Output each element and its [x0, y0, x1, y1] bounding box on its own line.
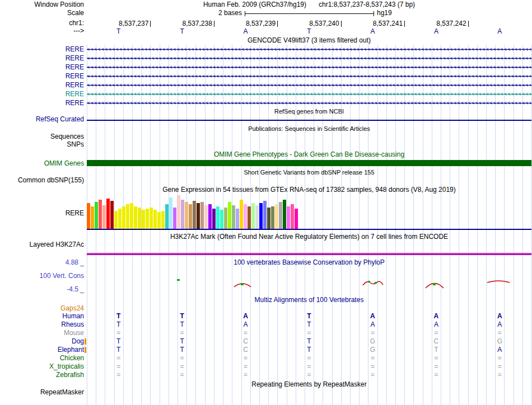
repeatmasker-label[interactable]: RepeatMasker: [0, 389, 84, 396]
publications-track-title[interactable]: Publications: Sequences in Scientific Ar…: [87, 125, 531, 133]
species-label-chicken[interactable]: Chicken: [0, 355, 84, 362]
multiz-gaps-label[interactable]: Gaps24: [0, 305, 84, 312]
gtex-tissue-bar[interactable]: [91, 206, 94, 229]
gtex-tissue-bar[interactable]: [157, 212, 161, 229]
publications-snps-label[interactable]: SNPs: [0, 141, 84, 148]
h3k27ac-label[interactable]: Layered H3K27Ac: [0, 241, 84, 248]
refseq-curated-label[interactable]: RefSeq Curated: [0, 116, 84, 123]
omim-genes-label[interactable]: OMIM Genes: [0, 160, 84, 167]
gtex-bar-chart[interactable]: [87, 193, 298, 229]
repeatmasker-track-title[interactable]: Repeating Elements by RepeatMasker: [87, 381, 531, 388]
gtex-tissue-bar[interactable]: [283, 200, 286, 229]
species-label-zebrafish[interactable]: Zebrafish: [0, 371, 84, 379]
gtex-tissue-bar[interactable]: [106, 199, 110, 229]
gene-label[interactable]: RERE: [0, 82, 84, 89]
gtex-tissue-bar[interactable]: [220, 210, 223, 229]
gtex-tissue-bar[interactable]: [138, 208, 141, 229]
gene-label[interactable]: RERE: [0, 46, 84, 53]
gtex-tissue-bar[interactable]: [161, 211, 165, 229]
gtex-tissue-bar[interactable]: [228, 202, 231, 229]
gtex-tissue-bar[interactable]: [287, 206, 290, 229]
gtex-tissue-bar[interactable]: [204, 205, 208, 229]
h3k27ac-track-title[interactable]: H3K27Ac Mark (Often Found Near Active Re…: [87, 233, 531, 241]
gtex-tissue-bar[interactable]: [99, 200, 102, 229]
h3k27ac-signal-line[interactable]: [87, 253, 531, 255]
gene-transcript[interactable]: <<<<<<<<<<<<<<<<<<<<<<<<<<<<<<<<<<<<<<<<…: [87, 64, 531, 71]
gene-label[interactable]: RERE: [0, 64, 84, 71]
gtex-tissue-bar[interactable]: [181, 200, 184, 229]
omim-genes-bar[interactable]: [87, 160, 531, 166]
gene-label[interactable]: RERE: [0, 100, 84, 107]
gtex-tissue-bar[interactable]: [263, 201, 267, 229]
gtex-tissue-bar[interactable]: [271, 206, 274, 229]
gtex-tissue-bar[interactable]: [87, 203, 90, 229]
gtex-tissue-bar[interactable]: [291, 204, 294, 229]
multiz-track-title[interactable]: Multiz Alignments of 100 Vertebrates: [87, 296, 531, 304]
publications-sequences-label[interactable]: Sequences: [0, 133, 84, 140]
gtex-tissue-bar[interactable]: [134, 206, 137, 229]
gtex-tissue-bar[interactable]: [240, 200, 243, 229]
phylop-label[interactable]: 100 Vert. Cons: [0, 272, 84, 280]
gene-transcript[interactable]: <<<<<<<<<<<<<<<<<<<<<<<<<<<<<<<<<<<<<<<<…: [87, 73, 531, 80]
gtex-tissue-bar[interactable]: [173, 208, 176, 229]
gtex-tissue-bar[interactable]: [126, 204, 129, 229]
gtex-tissue-bar[interactable]: [142, 210, 145, 229]
gtex-tissue-bar[interactable]: [259, 203, 263, 229]
gtex-tissue-bar[interactable]: [165, 204, 169, 229]
gene-transcript[interactable]: <<<<<<<<<<<<<<<<<<<<<<<<<<<<<<<<<<<<<<<<…: [87, 82, 531, 89]
gtex-tissue-bar[interactable]: [212, 209, 216, 229]
gencode-track-title[interactable]: GENCODE V49lift37 (3 items filtered out): [87, 37, 531, 44]
species-label-rhesus[interactable]: Rhesus: [0, 321, 84, 328]
species-label-dog[interactable]: Dog: [0, 338, 84, 345]
gtex-tissue-bar[interactable]: [150, 208, 153, 229]
gtex-gene-label[interactable]: RERE: [0, 210, 84, 217]
gtex-tissue-bar[interactable]: [189, 204, 192, 229]
gene-transcript[interactable]: <<<<<<<<<<<<<<<<<<<<<<<<<<<<<<<<<<<<<<<<…: [87, 100, 531, 107]
gtex-tissue-bar[interactable]: [153, 210, 157, 229]
gtex-tissue-bar[interactable]: [208, 204, 212, 229]
refseq-curated-line[interactable]: [87, 120, 531, 121]
gtex-tissue-bar[interactable]: [114, 211, 118, 229]
dbsnp-track-title[interactable]: Short Genetic Variants from dbSNP releas…: [87, 169, 531, 176]
gtex-tissue-bar[interactable]: [95, 202, 98, 229]
gtex-tissue-bar[interactable]: [255, 205, 259, 229]
gtex-tissue-bar[interactable]: [232, 205, 235, 229]
gtex-tissue-bar[interactable]: [146, 209, 149, 229]
omim-track-title[interactable]: OMIM Gene Phenotypes - Dark Green Can Be…: [87, 151, 531, 158]
species-label-x_tropicalis[interactable]: X_tropicalis: [0, 363, 84, 370]
gene-transcript[interactable]: <<<<<<<<<<<<<<<<<<<<<<<<<<<<<<<<<<<<<<<<…: [87, 91, 531, 98]
gtex-tissue-bar[interactable]: [267, 208, 270, 229]
gtex-tissue-bar[interactable]: [279, 202, 282, 229]
gene-label[interactable]: RERE: [0, 55, 84, 62]
gtex-tissue-bar[interactable]: [236, 209, 239, 229]
gene-label[interactable]: RERE: [0, 91, 84, 98]
gtex-tissue-bar[interactable]: [224, 208, 227, 229]
gtex-tissue-bar[interactable]: [193, 201, 196, 229]
gtex-tissue-bar[interactable]: [295, 209, 298, 229]
gtex-tissue-bar[interactable]: [177, 195, 180, 229]
gtex-tissue-bar[interactable]: [200, 202, 204, 229]
gtex-tissue-bar[interactable]: [248, 206, 251, 229]
gtex-tissue-bar[interactable]: [251, 203, 255, 229]
gene-transcript[interactable]: <<<<<<<<<<<<<<<<<<<<<<<<<<<<<<<<<<<<<<<<…: [87, 46, 531, 53]
species-label-elephant[interactable]: Elephant: [0, 346, 84, 354]
refseq-center-label[interactable]: RefSeq genes from NCBI: [87, 108, 531, 115]
gtex-tissue-bar[interactable]: [102, 205, 106, 229]
phylop-wiggle-track[interactable]: [87, 276, 531, 293]
dbsnp-label[interactable]: Common dbSNP(155): [0, 177, 84, 184]
gtex-tissue-bar[interactable]: [118, 209, 122, 229]
gtex-tissue-bar[interactable]: [244, 204, 247, 229]
species-label-mouse[interactable]: Mouse: [0, 329, 84, 337]
gtex-tissue-bar[interactable]: [275, 204, 278, 229]
gene-transcript[interactable]: <<<<<<<<<<<<<<<<<<<<<<<<<<<<<<<<<<<<<<<<…: [87, 55, 531, 62]
gtex-tissue-bar[interactable]: [169, 197, 172, 229]
species-label-human[interactable]: Human: [0, 313, 84, 320]
gtex-tissue-bar[interactable]: [216, 206, 220, 229]
gtex-tissue-bar[interactable]: [130, 203, 133, 229]
phylop-track-title[interactable]: 100 vertebrates Basewise Conservation by…: [87, 259, 531, 266]
gene-label[interactable]: RERE: [0, 73, 84, 80]
gtex-tissue-bar[interactable]: [185, 202, 188, 229]
gtex-tissue-bar[interactable]: [122, 206, 125, 229]
gtex-tissue-bar[interactable]: [197, 203, 200, 229]
gtex-tissue-bar[interactable]: [110, 201, 114, 229]
